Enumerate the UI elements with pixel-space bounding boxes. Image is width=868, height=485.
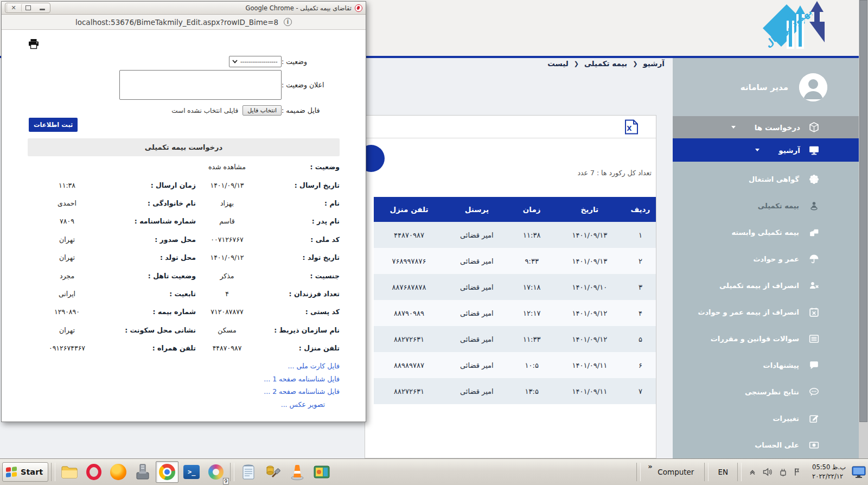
- breadcrumb-list[interactable]: لیست: [547, 59, 569, 68]
- caret-down-icon: [755, 149, 760, 151]
- opera-icon[interactable]: [82, 461, 105, 483]
- maximize-button[interactable]: [21, 4, 35, 12]
- birth-certificate-page1-link[interactable]: فایل شناسنامه صفحه 1 ...: [28, 375, 340, 388]
- table-row[interactable]: ۵ ۱۴۰۱/۰۹/۱۲ ۱۱:۳۳ امیر قضائی ۸۸۲۷۲۶۳۱: [374, 326, 656, 352]
- detail-label: کد پستی :: [258, 308, 340, 316]
- sidebar: مدیر سامانه درخواست ها آرشیو گواهی اشتغا…: [673, 58, 859, 458]
- taskbar-clock[interactable]: ب.ظ 05:50 ۲۰۲۲/۲۲/۱۲: [808, 463, 850, 481]
- minimize-button[interactable]: [36, 4, 49, 12]
- detail-label: تلفن همراه :: [106, 344, 196, 352]
- table-header-row: ردیف تاریخ زمان پرسنل تلفن منزل: [374, 197, 656, 222]
- detail-label: وضعیت :: [258, 163, 340, 171]
- media-player-icon[interactable]: [310, 461, 333, 483]
- attachment-label: فایل ضمیمه :: [282, 106, 336, 114]
- scrollbar-thumb[interactable]: [859, 0, 867, 422]
- sidebar-item-bime-takmili-dependents[interactable]: بیمه تکمیلی وابسته: [673, 219, 859, 246]
- cell-time: ۱۲:۱۷: [509, 309, 554, 317]
- sidebar-item-label: انصراف از بیمه تکمیلی: [719, 282, 799, 290]
- computer-toolbar[interactable]: » Computer: [643, 461, 701, 483]
- print-icon[interactable]: [28, 38, 40, 50]
- sidebar-item-label: پیشنهادات: [763, 361, 799, 369]
- edit-popup-window: ✕ تقاضای بیمه تکمیلی - Google Chrome loc…: [1, 1, 366, 422]
- cell-time: ۹:۳۳: [509, 257, 554, 265]
- status-row: وضعیت : -------------------: [2, 56, 366, 67]
- cell-personnel: امیر قضائی: [444, 283, 509, 291]
- notepad-icon[interactable]: [237, 461, 260, 483]
- power-plug-icon[interactable]: [778, 467, 788, 477]
- sidebar-item-archive[interactable]: آرشیو: [673, 138, 859, 162]
- page-info-icon[interactable]: i: [284, 18, 292, 26]
- detail-label: زمان ارسال :: [106, 181, 196, 189]
- vlc-icon[interactable]: [286, 461, 309, 483]
- sidebar-item-survey-results[interactable]: نتایج نظرسنجی: [673, 379, 859, 405]
- detail-value: بهزاد: [196, 199, 258, 207]
- popup-titlebar[interactable]: ✕ تقاضای بیمه تکمیلی - Google Chrome: [2, 2, 366, 15]
- sidebar-item-suggestions[interactable]: پیشنهادات: [673, 352, 859, 379]
- main-scrollbar[interactable]: [859, 0, 868, 458]
- powershell-icon[interactable]: >_: [180, 461, 203, 483]
- sidebar-item-life-accidents[interactable]: عمر و حوادث: [673, 246, 859, 272]
- cell-date: ۱۴۰۱/۰۹/۱۲: [554, 309, 625, 317]
- detail-label: نشانی محل سکونت :: [106, 326, 196, 334]
- sidebar-item-rules-questions[interactable]: سوالات قوانین و مقررات: [673, 326, 859, 352]
- show-desktop-icon[interactable]: [852, 465, 866, 478]
- sidebar-item-label: نتایج نظرسنجی: [745, 388, 799, 396]
- birth-certificate-page2-link[interactable]: فایل شناسنامه صفحه 2 ...: [28, 387, 340, 400]
- chrome-icon[interactable]: [156, 461, 178, 483]
- excel-export-icon[interactable]: X: [624, 119, 639, 135]
- user-panel: مدیر سامانه: [673, 58, 859, 116]
- sidebar-item-cancel-bime-takmili[interactable]: انصراف از بیمه تکمیلی: [673, 272, 859, 299]
- popup-url-bar[interactable]: localhost:53676/BimeTakmily_Edit.aspx?ro…: [2, 15, 366, 30]
- detail-label: محل تولد :: [106, 253, 196, 261]
- table-row[interactable]: ۶ ۱۴۰۱/۰۹/۱۱ ۱۰:۵ امیر قضائی ۸۸۹۸۹۷۸۷: [374, 352, 656, 378]
- table-row[interactable]: ۱ ۱۴۰۱/۰۹/۱۳ ۱۱:۳۸ امیر قضائی ۴۴۸۷۰۹۸۷: [374, 222, 656, 248]
- sidebar-item-requests[interactable]: درخواست ها: [673, 116, 859, 138]
- choose-file-button[interactable]: انتخاب فایل: [242, 105, 282, 116]
- detail-label: جنسیت :: [258, 272, 340, 280]
- sidebar-item-employment-certificate[interactable]: گواهی اشتغال: [673, 166, 859, 193]
- sidebar-item-label: بیمه تکمیلی وابسته: [731, 228, 799, 237]
- start-button[interactable]: Start: [2, 462, 48, 482]
- status-select-value: -------------------: [240, 59, 278, 65]
- sidebar-item-bime-takmili[interactable]: بیمه تکمیلی: [673, 193, 859, 219]
- close-button[interactable]: ✕: [7, 4, 20, 12]
- photo-link[interactable]: تصویر عکس ...: [28, 400, 340, 413]
- toolbar-overflow-chevron[interactable]: »: [648, 462, 652, 470]
- announce-textarea[interactable]: [119, 70, 282, 100]
- sidebar-item-changes[interactable]: تغییرات: [673, 405, 859, 432]
- breadcrumb: آرشیو ❮ بیمه تکمیلی ❮ لیست: [547, 59, 665, 68]
- detail-label: تاریخ ارسال :: [258, 181, 340, 189]
- sidebar-item-cancel-life-accidents[interactable]: انصراف از بیمه عمر و حوادث: [673, 299, 859, 326]
- breadcrumb-archive[interactable]: آرشیو: [643, 59, 665, 68]
- breadcrumb-bime-takmili[interactable]: بیمه تکمیلی: [584, 59, 627, 68]
- popup-body: وضعیت : ------------------- اعلان وضعیت …: [2, 30, 366, 423]
- records-table: ردیف تاریخ زمان پرسنل تلفن منزل ۱ ۱۴۰۱/۰…: [374, 197, 656, 404]
- volume-icon[interactable]: [763, 467, 773, 477]
- table-row[interactable]: ۴ ۱۴۰۱/۰۹/۱۲ ۱۲:۱۷ امیر قضائی ۸۸۷۹۰۹۸۹: [374, 300, 656, 326]
- detail-value: قاسم: [196, 217, 258, 225]
- firefox-icon[interactable]: [107, 461, 130, 483]
- national-card-file-link[interactable]: فایل کارت ملی ...: [28, 362, 340, 375]
- file-explorer-icon[interactable]: [58, 461, 81, 483]
- system-tools-icon[interactable]: [131, 461, 154, 483]
- status-select[interactable]: -------------------: [229, 56, 282, 67]
- sidebar-item-on-account[interactable]: علی الحساب: [673, 432, 859, 458]
- cell-row-number: ۷: [625, 387, 656, 395]
- maximize-icon: [25, 5, 31, 10]
- submit-button[interactable]: ثبت اطلاعات: [29, 118, 78, 132]
- cell-row-number: ۵: [625, 335, 656, 343]
- detail-value: مجرد: [28, 272, 106, 280]
- visual-studio-icon[interactable]: 9: [205, 461, 227, 483]
- detail-value: ایرانی: [28, 290, 106, 298]
- action-center-flag-icon[interactable]: [793, 467, 803, 477]
- table-row[interactable]: ۷ ۱۴۰۱/۰۹/۱۱ ۱۳:۵ امیر قضائی ۸۸۲۷۲۶۳۱: [374, 378, 656, 404]
- table-row[interactable]: ۳ ۱۴۰۱/۰۹/۱۰ ۱۷:۱۸ امیر قضائی ۸۸۷۶۸۷۸۷۸: [374, 274, 656, 300]
- detail-row: تعداد فرزندان : ۴ تابعیت : ایرانی: [28, 285, 340, 303]
- sidebar-item-label: آرشیو: [778, 146, 800, 155]
- tray-expand-icon[interactable]: [748, 467, 757, 477]
- table-row[interactable]: ۲ ۱۴۰۱/۰۹/۱۳ ۹:۳۳ امیر قضائی ۷۶۸۹۹۷۸۷۶: [374, 248, 656, 274]
- col-header-time: زمان: [509, 205, 554, 214]
- archive-submenu: گواهی اشتغال بیمه تکمیلی بیمه تکمیلی واب…: [673, 162, 859, 458]
- admin-tools-icon[interactable]: [261, 461, 284, 483]
- language-indicator[interactable]: EN: [711, 468, 735, 476]
